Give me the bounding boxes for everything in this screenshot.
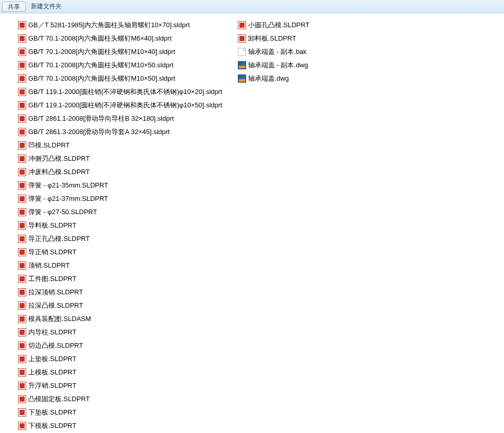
file-item[interactable]: 冲废料凸模.SLDPRT bbox=[15, 165, 225, 179]
solidworks-part-icon bbox=[18, 208, 26, 216]
file-item[interactable]: 小圆孔凸模.SLDPRT bbox=[235, 18, 312, 32]
file-item[interactable]: 弹簧 - φ21-35mm.SLDPRT bbox=[15, 179, 225, 192]
file-name-label: 工件图.SLDPRT bbox=[28, 274, 77, 284]
file-item[interactable]: GB/T 119.1-2000[圆柱销(不淬硬钢和奥氏体不锈钢)φ10×20].… bbox=[15, 85, 225, 99]
file-item[interactable]: 导正销.SLDPRT bbox=[15, 246, 225, 259]
file-item[interactable]: 卸料板.SLDPRT bbox=[235, 32, 312, 45]
solidworks-part-icon bbox=[18, 195, 26, 203]
file-item[interactable]: 下模板.SLDPRT bbox=[15, 419, 225, 432]
file-item[interactable]: 升浮销.SLDPRT bbox=[15, 379, 225, 392]
file-item[interactable]: 上模板.SLDPRT bbox=[15, 366, 225, 379]
file-item[interactable]: 顶销.SLDPRT bbox=[15, 259, 225, 272]
file-name-label: 下垫板.SLDPRT bbox=[28, 408, 77, 417]
file-name-label: 上垫板.SLDPRT bbox=[28, 354, 77, 364]
solidworks-part-icon bbox=[18, 382, 26, 390]
solidworks-part-icon bbox=[18, 275, 26, 283]
solidworks-part-icon bbox=[18, 168, 26, 176]
solidworks-part-icon bbox=[18, 235, 26, 243]
solidworks-part-icon bbox=[18, 155, 26, 163]
solidworks-part-icon bbox=[18, 101, 26, 109]
file-name-label: GB/T 119.1-2000[圆柱销(不淬硬钢和奥氏体不锈钢)φ10×20].… bbox=[28, 87, 222, 97]
solidworks-part-icon bbox=[18, 355, 26, 363]
solidworks-part-icon bbox=[18, 128, 26, 136]
solidworks-part-icon bbox=[18, 34, 26, 43]
file-item[interactable]: 导料板.SLDPRT bbox=[15, 219, 225, 232]
file-item[interactable]: GB/T 70.1-2008[内六角圆柱头螺钉M10×50].sldprt bbox=[15, 72, 225, 85]
solidworks-part-icon bbox=[18, 88, 26, 96]
file-column-2: 小圆孔凸模.SLDPRT卸料板.SLDPRT轴承端盖 - 副本.bak轴承端盖 … bbox=[235, 18, 312, 432]
file-item[interactable]: 冲侧刃凸模.SLDPRT bbox=[15, 152, 225, 165]
file-item[interactable]: 导正孔凸模.SLDPRT bbox=[15, 232, 225, 246]
file-name-label: 升浮销.SLDPRT bbox=[28, 381, 77, 390]
solidworks-part-icon bbox=[18, 261, 26, 270]
file-name-label: GB/T 70.1-2008[内六角圆柱头螺钉M10×50.sldprt bbox=[28, 61, 174, 70]
file-name-label: 小圆孔凸模.SLDPRT bbox=[248, 21, 310, 30]
file-name-label: 模具装配图.SLDASM bbox=[28, 314, 91, 324]
file-name-label: GB/T 70.1-2008[内六角圆柱头螺钉M10×50].sldprt bbox=[28, 74, 175, 83]
file-name-label: 下模板.SLDPRT bbox=[28, 421, 77, 430]
file-name-label: 顶销.SLDPRT bbox=[28, 261, 70, 270]
file-item[interactable]: GB/T 119.1-2000[圆柱销(不淬硬钢和奥氏体不锈钢)φ10×50].… bbox=[15, 99, 225, 112]
file-name-label: 导料板.SLDPRT bbox=[28, 221, 77, 230]
file-item[interactable]: 拉深凸模.SLDPRT bbox=[15, 299, 225, 312]
file-name-label: GB/T 2861.3-2008[滑动导向导套A 32×45].sldprt bbox=[28, 127, 170, 137]
file-name-label: 冲侧刃凸模.SLDPRT bbox=[28, 154, 90, 163]
file-column-1: GB／T 5281-1985[内六角圆柱头轴肩螺钉10×70].sldprtGB… bbox=[15, 18, 225, 432]
share-button[interactable]: 共享 bbox=[2, 2, 26, 12]
file-item[interactable]: 轴承端盖 - 副本.bak bbox=[235, 45, 312, 59]
file-item[interactable]: 凹模.SLDPRT bbox=[15, 139, 225, 152]
file-item[interactable]: 轴承端盖 - 副本.dwg bbox=[235, 59, 312, 72]
file-item[interactable]: GB/T 70.1-2008[内六角圆柱头螺钉M6×40].sldprt bbox=[15, 32, 225, 45]
solidworks-part-icon bbox=[18, 221, 26, 230]
solidworks-part-icon bbox=[18, 248, 26, 256]
solidworks-part-icon bbox=[18, 408, 26, 417]
file-item[interactable]: GB/T 70.1-2008[内六角圆柱头螺钉M10×40].sldprt bbox=[15, 45, 225, 59]
solidworks-part-icon bbox=[18, 115, 26, 123]
solidworks-part-icon bbox=[18, 302, 26, 310]
solidworks-part-icon bbox=[18, 422, 26, 430]
file-name-label: 内导柱.SLDPRT bbox=[28, 328, 77, 337]
file-name-label: 拉深凸模.SLDPRT bbox=[28, 301, 83, 310]
file-item[interactable]: 轴承端盖.dwg bbox=[235, 72, 312, 85]
file-name-label: GB／T 5281-1985[内六角圆柱头轴肩螺钉10×70].sldprt bbox=[28, 21, 190, 30]
file-item[interactable]: 内导柱.SLDPRT bbox=[15, 326, 225, 339]
solidworks-part-icon bbox=[18, 395, 26, 403]
solidworks-part-icon bbox=[18, 21, 26, 29]
file-name-label: GB/T 70.1-2008[内六角圆柱头螺钉M10×40].sldprt bbox=[28, 47, 175, 57]
file-item[interactable]: GB/T 70.1-2008[内六角圆柱头螺钉M10×50.sldprt bbox=[15, 59, 225, 72]
file-item[interactable]: 工件图.SLDPRT bbox=[15, 272, 225, 286]
file-name-label: 轴承端盖.dwg bbox=[248, 74, 289, 83]
solidworks-assembly-icon bbox=[18, 315, 26, 323]
file-item[interactable]: GB/T 2861.3-2008[滑动导向导套A 32×45].sldprt bbox=[15, 125, 225, 139]
file-name-label: GB/T 119.1-2000[圆柱销(不淬硬钢和奥氏体不锈钢)φ10×50].… bbox=[28, 101, 222, 110]
file-name-label: GB/T 2861.1-2008[滑动导向导柱B 32×180].sldprt bbox=[28, 114, 174, 123]
file-item[interactable]: 模具装配图.SLDASM bbox=[15, 312, 225, 326]
file-name-label: 上模板.SLDPRT bbox=[28, 368, 77, 377]
file-item[interactable]: GB/T 2861.1-2008[滑动导向导柱B 32×180].sldprt bbox=[15, 112, 225, 125]
file-name-label: 拉深顶销.SLDPRT bbox=[28, 288, 83, 297]
file-icon bbox=[238, 48, 246, 56]
file-item[interactable]: GB／T 5281-1985[内六角圆柱头轴肩螺钉10×70].sldprt bbox=[15, 18, 225, 32]
file-name-label: 切边凸模.SLDPRT bbox=[28, 341, 83, 350]
new-folder-label[interactable]: 新建文件夹 bbox=[31, 2, 62, 11]
dwg-file-icon bbox=[238, 61, 246, 69]
file-item[interactable]: 切边凸模.SLDPRT bbox=[15, 339, 225, 352]
file-item[interactable]: 拉深顶销.SLDPRT bbox=[15, 286, 225, 299]
solidworks-part-icon bbox=[18, 328, 26, 336]
file-item[interactable]: 凸模固定板.SLDPRT bbox=[15, 392, 225, 406]
file-item[interactable]: 下垫板.SLDPRT bbox=[15, 406, 225, 419]
file-name-label: 弹簧 - φ21-35mm.SLDPRT bbox=[28, 181, 108, 190]
file-name-label: GB/T 70.1-2008[内六角圆柱头螺钉M6×40].sldprt bbox=[28, 34, 172, 43]
solidworks-part-icon bbox=[18, 181, 26, 190]
solidworks-part-icon bbox=[238, 21, 246, 29]
file-name-label: 导正销.SLDPRT bbox=[28, 248, 77, 257]
file-name-label: 凸模固定板.SLDPRT bbox=[28, 394, 90, 404]
solidworks-part-icon bbox=[18, 342, 26, 350]
solidworks-part-icon bbox=[18, 48, 26, 56]
solidworks-part-icon bbox=[18, 368, 26, 376]
file-item[interactable]: 上垫板.SLDPRT bbox=[15, 352, 225, 366]
file-item[interactable]: 弹簧 - φ21-37mm.SLDPRT bbox=[15, 192, 225, 205]
file-name-label: 弹簧 - φ27-50.SLDPRT bbox=[28, 208, 97, 217]
file-item[interactable]: 弹簧 - φ27-50.SLDPRT bbox=[15, 205, 225, 219]
solidworks-part-icon bbox=[238, 34, 246, 43]
